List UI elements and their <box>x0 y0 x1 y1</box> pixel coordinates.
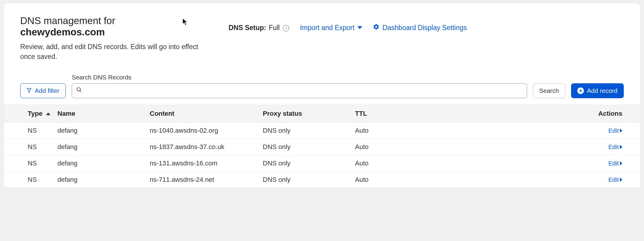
cell-proxy: DNS only <box>260 122 352 139</box>
col-header-ttl[interactable]: TTL <box>352 105 412 122</box>
caret-right-icon <box>620 161 622 165</box>
cell-proxy: DNS only <box>260 155 352 171</box>
cell-actions: Edit <box>412 155 640 171</box>
cell-ttl: Auto <box>352 139 412 155</box>
controls-row: Add filter Search DNS Records Search + A… <box>4 62 640 105</box>
edit-button[interactable]: Edit <box>609 160 622 167</box>
col-header-name[interactable]: Name <box>54 105 147 122</box>
sort-asc-icon <box>46 112 50 115</box>
filter-icon <box>26 87 32 94</box>
title-domain: chewydemos.com <box>20 26 105 37</box>
import-export-label: Import and Export <box>300 24 354 32</box>
cell-content: ns-1837.awsdns-37.co.uk <box>147 139 260 155</box>
add-filter-label: Add filter <box>35 87 60 94</box>
edit-label: Edit <box>609 160 619 167</box>
cell-ttl: Auto <box>352 171 412 188</box>
gear-icon <box>373 24 379 32</box>
title-block: DNS management for chewydemos.com Review… <box>20 15 199 62</box>
edit-button[interactable]: Edit <box>609 127 622 134</box>
table-row: NSdefangns-1837.awsdns-37.co.ukDNS onlyA… <box>4 139 640 155</box>
dns-records-table: Type Name Content Proxy status TTL Actio… <box>4 105 640 188</box>
search-input[interactable] <box>85 84 523 98</box>
info-icon[interactable]: i <box>283 25 289 32</box>
edit-label: Edit <box>609 176 619 183</box>
dns-setup-value: Full <box>269 24 280 32</box>
search-button-label: Search <box>539 87 559 94</box>
import-export-button[interactable]: Import and Export <box>300 24 362 32</box>
search-label: Search DNS Records <box>72 74 527 81</box>
dns-management-panel: DNS management for chewydemos.com Review… <box>4 3 640 188</box>
display-settings-label: Dashboard Display Settings <box>382 24 467 32</box>
add-filter-button[interactable]: Add filter <box>20 83 66 98</box>
table-row: NSdefangns-131.awsdns-16.comDNS onlyAuto… <box>4 155 640 171</box>
caret-right-icon <box>620 178 622 182</box>
cell-type: NS <box>4 139 54 155</box>
cell-type: NS <box>4 171 54 188</box>
edit-label: Edit <box>609 144 619 151</box>
col-header-content[interactable]: Content <box>147 105 260 122</box>
table-row: NSdefangns-1040.awsdns-02.orgDNS onlyAut… <box>4 122 640 139</box>
cell-actions: Edit <box>412 139 640 155</box>
cell-type: NS <box>4 155 54 171</box>
edit-button[interactable]: Edit <box>609 144 622 151</box>
cell-actions: Edit <box>412 122 640 139</box>
caret-down-icon <box>357 26 362 29</box>
dns-setup-group: DNS Setup: Full i <box>229 24 289 32</box>
edit-button[interactable]: Edit <box>609 176 622 183</box>
cell-content: ns-131.awsdns-16.com <box>147 155 260 171</box>
svg-line-2 <box>80 91 81 92</box>
dns-setup-label: DNS Setup: <box>229 24 266 32</box>
col-header-proxy[interactable]: Proxy status <box>260 105 352 122</box>
cell-type: NS <box>4 122 54 139</box>
title-prefix: DNS management for <box>20 15 115 26</box>
search-input-wrap[interactable] <box>72 83 527 98</box>
cell-ttl: Auto <box>352 122 412 139</box>
search-button[interactable]: Search <box>533 83 565 98</box>
table-row: NSdefangns-711.awsdns-24.netDNS onlyAuto… <box>4 171 640 188</box>
cell-name: defang <box>54 139 147 155</box>
search-block: Search DNS Records <box>72 74 527 98</box>
add-record-label: Add record <box>587 87 618 94</box>
cell-name: defang <box>54 122 147 139</box>
edit-label: Edit <box>609 127 619 134</box>
svg-point-1 <box>77 88 80 91</box>
cell-proxy: DNS only <box>260 139 352 155</box>
cell-proxy: DNS only <box>260 171 352 188</box>
caret-right-icon <box>620 129 622 133</box>
cell-content: ns-711.awsdns-24.net <box>147 171 260 188</box>
svg-marker-0 <box>27 88 31 93</box>
cell-actions: Edit <box>412 171 640 188</box>
cell-content: ns-1040.awsdns-02.org <box>147 122 260 139</box>
display-settings-button[interactable]: Dashboard Display Settings <box>373 24 467 32</box>
cell-name: defang <box>54 155 147 171</box>
cell-ttl: Auto <box>352 155 412 171</box>
header-actions: DNS Setup: Full i Import and Export Dash… <box>211 15 624 32</box>
page-title: DNS management for chewydemos.com <box>20 15 199 38</box>
page-subtitle: Review, add, and edit DNS records. Edits… <box>20 42 199 62</box>
col-header-type[interactable]: Type <box>4 105 54 122</box>
cell-name: defang <box>54 171 147 188</box>
search-icon <box>76 87 82 94</box>
add-record-button[interactable]: + Add record <box>571 83 624 98</box>
plus-icon: + <box>577 87 584 94</box>
col-header-actions: Actions <box>412 105 640 122</box>
panel-header: DNS management for chewydemos.com Review… <box>4 3 640 62</box>
caret-right-icon <box>620 145 622 149</box>
table-header-row: Type Name Content Proxy status TTL Actio… <box>4 105 640 122</box>
